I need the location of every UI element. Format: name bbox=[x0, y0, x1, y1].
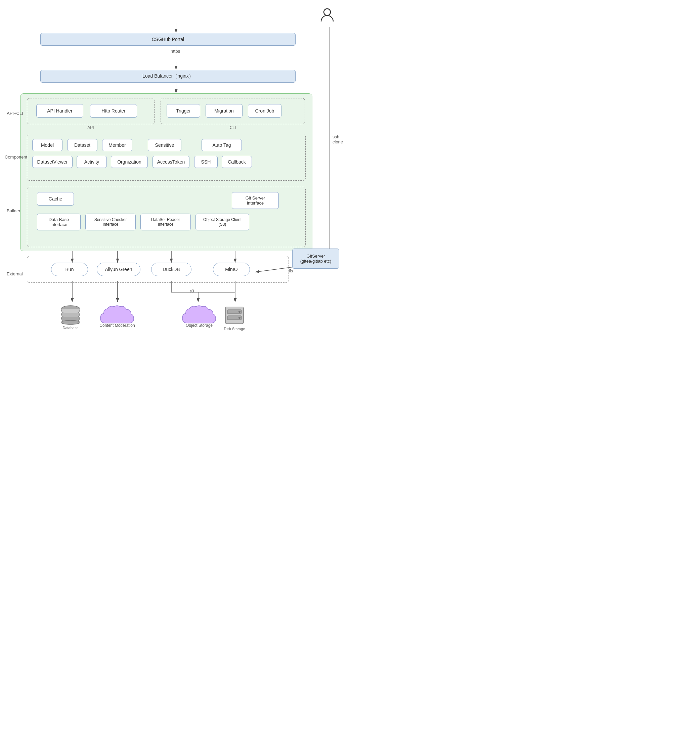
migration-box: Migration bbox=[206, 104, 242, 117]
api-handler-box: API Handler bbox=[36, 104, 83, 117]
object-storage-label: Object Storage bbox=[186, 323, 212, 328]
member-box: Member bbox=[102, 139, 132, 151]
svg-point-28 bbox=[239, 317, 241, 319]
disk-label: Disk Storage bbox=[224, 327, 245, 331]
disk-icon: Disk Storage bbox=[218, 302, 251, 333]
cache-box: Cache bbox=[37, 192, 74, 206]
cron-job-box: Cron Job bbox=[248, 104, 281, 117]
cli-label: CLI bbox=[230, 125, 236, 130]
git-server-box: GitServer (gitea/gitlab etc) bbox=[292, 249, 339, 269]
organization-box: Orgnization bbox=[111, 156, 148, 168]
builder-label: Builder bbox=[7, 208, 20, 213]
bun-box: Bun bbox=[51, 263, 88, 276]
aliyun-green-box: Aliyun Green bbox=[97, 263, 141, 276]
user-icon bbox=[319, 7, 335, 26]
csghub-portal-box: CSGHub Portal bbox=[40, 33, 295, 46]
sensitive-checker-interface-box: Sensitive Checker Interface bbox=[85, 214, 136, 230]
sensitive-box: Sensitive bbox=[148, 139, 181, 151]
content-moderation-label: Content Moderation bbox=[99, 323, 135, 328]
external-label: External bbox=[7, 271, 23, 277]
model-box: Model bbox=[32, 139, 62, 151]
database-icon: Database bbox=[54, 302, 88, 333]
dataset-viewer-box: DatasetViewer bbox=[32, 156, 73, 168]
trigger-box: Trigger bbox=[167, 104, 200, 117]
object-storage-client-box: Object Storage Client (S3) bbox=[195, 214, 249, 230]
object-storage-cloud: Object Storage bbox=[177, 301, 221, 331]
data-base-interface-box: Data Base Interface bbox=[37, 214, 81, 230]
svg-point-27 bbox=[239, 311, 241, 313]
lfs-label: lfs bbox=[289, 269, 293, 274]
content-moderation-cloud: Content Moderation bbox=[95, 301, 139, 331]
minio-box: MinIO bbox=[213, 263, 250, 276]
https-label: https bbox=[170, 49, 180, 54]
component-label: Component bbox=[5, 155, 27, 159]
activity-box: Activity bbox=[77, 156, 107, 168]
database-label: Database bbox=[62, 326, 78, 330]
load-balancer-box: Load Balancer（nginx） bbox=[40, 70, 295, 83]
s3-label: s3 bbox=[190, 289, 194, 294]
ssh-box: SSH bbox=[194, 156, 218, 168]
callback-box: Callback bbox=[222, 156, 252, 168]
diagram-container: ssh clone CSGHub Portal https Load Balan… bbox=[0, 0, 350, 377]
git-server-interface-box: Git Server Interface bbox=[232, 192, 279, 209]
auto-tag-box: Auto Tag bbox=[202, 139, 242, 151]
http-router-box: Http Router bbox=[90, 104, 137, 117]
api-cli-label: API+CLI bbox=[7, 111, 23, 116]
api-label: API bbox=[88, 125, 94, 130]
svg-point-23 bbox=[61, 320, 80, 324]
duckdb-box: DuckDB bbox=[151, 263, 191, 276]
dataset-reader-interface-box: DataSet Reader Interface bbox=[141, 214, 191, 230]
dataset-box: Dataset bbox=[67, 139, 97, 151]
access-token-box: AccessToken bbox=[153, 156, 189, 168]
svg-point-21 bbox=[324, 9, 331, 16]
ssh-clone-label: ssh clone bbox=[333, 134, 350, 144]
